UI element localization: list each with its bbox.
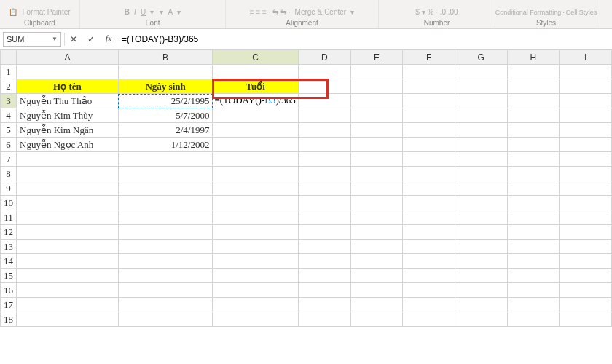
cell[interactable] xyxy=(213,65,299,79)
row-header[interactable]: 8 xyxy=(1,167,17,181)
cell-styles-button[interactable]: Cell Styles xyxy=(566,9,597,16)
col-header-C[interactable]: C xyxy=(213,50,299,65)
cell[interactable] xyxy=(560,108,612,123)
cell[interactable] xyxy=(350,123,403,138)
cell[interactable] xyxy=(298,269,350,283)
cell[interactable] xyxy=(118,269,213,283)
cell[interactable] xyxy=(298,210,350,225)
enter-button[interactable]: ✓ xyxy=(82,31,100,47)
col-header-D[interactable]: D xyxy=(298,50,350,65)
cell[interactable] xyxy=(118,240,213,254)
row-header[interactable]: 15 xyxy=(1,269,17,283)
cell[interactable] xyxy=(350,254,403,269)
cell[interactable] xyxy=(350,181,403,196)
cell[interactable] xyxy=(560,123,612,138)
cell[interactable] xyxy=(17,210,119,225)
cell-name[interactable]: Nguyễn Thu Thảo xyxy=(17,94,119,108)
cell[interactable] xyxy=(118,312,213,327)
cell[interactable] xyxy=(403,94,455,108)
header-name[interactable]: Họ tên xyxy=(17,79,119,94)
cell[interactable] xyxy=(403,79,455,94)
cell[interactable] xyxy=(403,240,455,254)
cell[interactable] xyxy=(17,167,119,181)
cell[interactable] xyxy=(213,196,299,210)
cell[interactable] xyxy=(213,298,299,312)
cell[interactable] xyxy=(17,225,119,240)
cell[interactable] xyxy=(507,298,560,312)
cell-name[interactable]: Nguyễn Ngọc Anh xyxy=(17,138,119,152)
cell[interactable] xyxy=(507,181,560,196)
cell[interactable] xyxy=(350,298,403,312)
cell[interactable] xyxy=(403,65,455,79)
chevron-down-icon[interactable]: ▼ xyxy=(52,36,58,42)
row-header[interactable]: 16 xyxy=(1,283,17,298)
cell[interactable] xyxy=(403,152,455,167)
cell[interactable] xyxy=(403,123,455,138)
cell[interactable] xyxy=(455,138,507,152)
cell[interactable] xyxy=(455,210,507,225)
cell[interactable] xyxy=(350,283,403,298)
cell[interactable] xyxy=(17,181,119,196)
cell[interactable] xyxy=(213,167,299,181)
paste-icon[interactable]: 📋 xyxy=(9,8,17,16)
cell[interactable] xyxy=(560,138,612,152)
row-header[interactable]: 13 xyxy=(1,240,17,254)
cell[interactable] xyxy=(118,167,213,181)
col-header-F[interactable]: F xyxy=(403,50,455,65)
cell[interactable] xyxy=(507,240,560,254)
cell[interactable] xyxy=(455,312,507,327)
format-painter-button[interactable]: Format Painter xyxy=(22,8,70,16)
cell[interactable] xyxy=(213,254,299,269)
col-header-B[interactable]: B xyxy=(118,50,213,65)
cell[interactable] xyxy=(455,123,507,138)
cell[interactable] xyxy=(560,283,612,298)
cell[interactable] xyxy=(298,254,350,269)
row-header[interactable]: 17 xyxy=(1,298,17,312)
cell[interactable] xyxy=(560,167,612,181)
cell[interactable] xyxy=(560,196,612,210)
cell[interactable] xyxy=(118,196,213,210)
cell[interactable] xyxy=(403,210,455,225)
cell[interactable] xyxy=(507,210,560,225)
cell[interactable] xyxy=(213,123,299,138)
cell[interactable] xyxy=(455,269,507,283)
cell[interactable] xyxy=(350,269,403,283)
cell[interactable] xyxy=(507,167,560,181)
cell[interactable] xyxy=(403,312,455,327)
cell[interactable] xyxy=(213,312,299,327)
cell[interactable] xyxy=(298,79,350,94)
row-header[interactable]: 4 xyxy=(1,108,17,123)
cell[interactable] xyxy=(213,210,299,225)
cell[interactable] xyxy=(350,312,403,327)
cell[interactable] xyxy=(213,269,299,283)
cell[interactable] xyxy=(455,65,507,79)
cell[interactable] xyxy=(455,152,507,167)
cell[interactable] xyxy=(403,181,455,196)
cell[interactable] xyxy=(455,225,507,240)
cell[interactable] xyxy=(17,283,119,298)
cell[interactable] xyxy=(455,79,507,94)
cell[interactable] xyxy=(507,79,560,94)
select-all-corner[interactable] xyxy=(1,50,17,65)
row-header[interactable]: 10 xyxy=(1,196,17,210)
cell[interactable] xyxy=(298,283,350,298)
cell[interactable] xyxy=(350,138,403,152)
cell[interactable] xyxy=(213,181,299,196)
cell[interactable] xyxy=(350,152,403,167)
cell[interactable] xyxy=(298,94,350,108)
row-header[interactable]: 5 xyxy=(1,123,17,138)
cell[interactable] xyxy=(350,240,403,254)
cell[interactable] xyxy=(213,225,299,240)
cell[interactable] xyxy=(560,240,612,254)
cell[interactable] xyxy=(118,225,213,240)
cell[interactable] xyxy=(17,312,119,327)
row-header[interactable]: 3 xyxy=(1,94,17,108)
col-header-G[interactable]: G xyxy=(455,50,507,65)
cell[interactable] xyxy=(455,167,507,181)
cell[interactable] xyxy=(507,108,560,123)
row-header[interactable]: 12 xyxy=(1,225,17,240)
formula-input[interactable] xyxy=(117,34,612,44)
cell[interactable] xyxy=(455,240,507,254)
cell[interactable] xyxy=(560,312,612,327)
cell[interactable] xyxy=(298,312,350,327)
